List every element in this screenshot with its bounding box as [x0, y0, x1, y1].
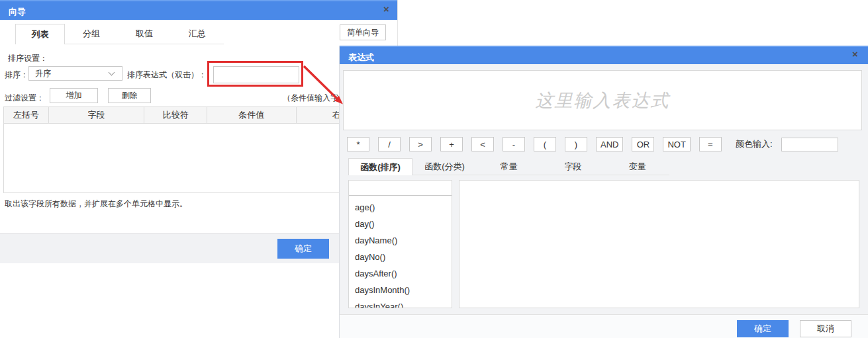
- function-search-input[interactable]: [349, 181, 452, 196]
- expression-tab[interactable]: 常量: [477, 158, 541, 175]
- operator-button[interactable]: NOT: [663, 137, 690, 151]
- operator-button[interactable]: OR: [632, 137, 654, 151]
- operator-button[interactable]: -: [503, 137, 525, 151]
- wizard-titlebar: 向导: [0, 0, 397, 20]
- sort-expression-input[interactable]: [213, 66, 299, 83]
- operator-button[interactable]: >: [409, 137, 432, 151]
- function-list-item[interactable]: dayName(): [355, 232, 452, 249]
- filter-table-header: 左括号字段比较符条件值右括号: [4, 107, 394, 124]
- filter-table-header-cell: 条件值: [207, 107, 297, 123]
- expression-placeholder: 这里输入表达式: [536, 89, 670, 112]
- function-list-item[interactable]: daysInMonth(): [355, 282, 452, 298]
- filter-settings-label: 过滤设置：: [5, 93, 44, 104]
- sort-order-select[interactable]: 升序: [28, 66, 122, 81]
- function-list-item[interactable]: dayNo(): [355, 249, 452, 265]
- expression-cancel-button[interactable]: 取消: [800, 320, 851, 337]
- sort-settings-label: 排序设置：: [8, 53, 48, 64]
- operator-button[interactable]: *: [347, 137, 369, 151]
- add-filter-button[interactable]: 增加: [50, 88, 98, 103]
- function-list-item[interactable]: daysAfter(): [355, 265, 452, 282]
- expression-title: 表达式: [348, 52, 374, 63]
- expression-input[interactable]: 这里输入表达式: [343, 70, 862, 130]
- color-input[interactable]: [781, 138, 838, 151]
- sort-label: 排序：: [5, 69, 28, 81]
- filter-table-header-cell: 比较符: [144, 107, 207, 123]
- wizard-tab[interactable]: 取值: [118, 24, 171, 44]
- filter-table: 左括号字段比较符条件值右括号: [3, 106, 395, 193]
- wizard-tab[interactable]: 汇总: [171, 24, 224, 44]
- wizard-tab[interactable]: 分组: [65, 24, 118, 44]
- wizard-dialog: 向导 × 列表分组取值汇总 简单向导 排序设置： 排序： 升序 排序表达式（双击…: [0, 0, 398, 263]
- expression-tab[interactable]: 字段: [541, 158, 605, 175]
- wizard-title: 向导: [9, 6, 26, 18]
- operator-button[interactable]: =: [699, 137, 722, 151]
- expression-tab[interactable]: 变量: [605, 158, 669, 175]
- operator-button[interactable]: ): [565, 137, 587, 151]
- filter-table-header-cell: 左括号: [4, 107, 49, 123]
- field-description: 取出该字段所有数据，并扩展在多个单元格中显示。: [5, 198, 187, 210]
- expression-tab[interactable]: 函数(排序): [348, 158, 412, 175]
- wizard-tab[interactable]: 列表: [15, 24, 65, 44]
- sort-order-value: 升序: [29, 68, 109, 79]
- wizard-tabs: 列表分组取值汇总: [15, 24, 224, 44]
- operator-button[interactable]: (: [534, 137, 556, 151]
- expression-tabs: 函数(排序)函数(分类)常量字段变量: [348, 158, 669, 175]
- simple-wizard-button[interactable]: 简单向导: [340, 24, 386, 40]
- filter-table-header-cell: 字段: [49, 107, 145, 123]
- filter-table-body: [4, 124, 394, 192]
- operator-row: */>+<-()ANDORNOT= 颜色输入:: [347, 137, 838, 151]
- expression-footer: 确定 取消: [340, 314, 868, 338]
- function-list-item[interactable]: age(): [355, 199, 452, 216]
- function-list: age()day()dayName()dayNo()daysAfter()day…: [349, 196, 452, 308]
- operator-button[interactable]: /: [378, 137, 401, 151]
- operator-buttons: */>+<-()ANDORNOT=: [347, 137, 722, 151]
- function-list-item[interactable]: daysInYear(): [355, 298, 452, 308]
- operator-button[interactable]: +: [440, 137, 463, 151]
- expression-titlebar: 表达式: [340, 46, 868, 64]
- color-input-label: 颜色输入:: [736, 138, 773, 150]
- function-description-panel: [459, 180, 859, 308]
- operator-button[interactable]: AND: [596, 137, 623, 151]
- delete-filter-button[interactable]: 删除: [108, 88, 151, 103]
- highlight-box: [207, 61, 303, 87]
- expression-dialog: 表达式 × 这里输入表达式 */>+<-()ANDORNOT= 颜色输入: 函数…: [339, 46, 868, 338]
- sort-expression-label: 排序表达式（双击）：: [127, 69, 207, 81]
- operator-button[interactable]: <: [471, 137, 494, 151]
- function-list-item[interactable]: day(): [355, 216, 452, 232]
- chevron-down-icon: [109, 69, 115, 76]
- wizard-confirm-button[interactable]: 确定: [277, 239, 329, 259]
- expression-tab[interactable]: 函数(分类): [412, 158, 477, 175]
- wizard-footer: [0, 233, 398, 263]
- close-icon[interactable]: ×: [383, 5, 389, 14]
- expression-confirm-button[interactable]: 确定: [737, 320, 789, 337]
- close-icon[interactable]: ×: [852, 50, 858, 59]
- function-panel: age()day()dayName()dayNo()daysAfter()day…: [348, 180, 452, 308]
